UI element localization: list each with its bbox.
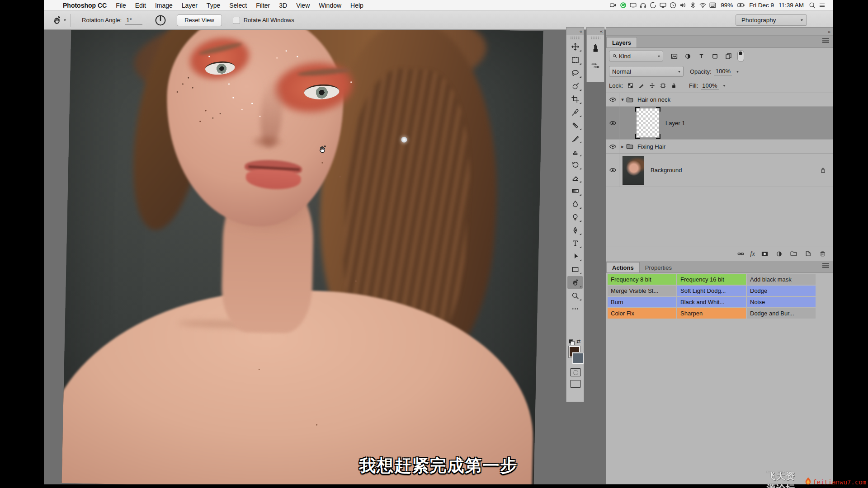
- visibility-eye-icon[interactable]: [606, 140, 619, 153]
- chevron-down-icon[interactable]: ▾: [723, 84, 726, 88]
- airplay-display-icon[interactable]: [658, 1, 668, 9]
- layer-thumbnail-transparent[interactable]: [637, 108, 659, 137]
- brush-lock-icon[interactable]: [636, 81, 646, 90]
- menu-3d[interactable]: 3D: [274, 2, 292, 9]
- quick-mask-button[interactable]: [570, 368, 581, 376]
- pen-tool[interactable]: [567, 224, 583, 236]
- chevron-down-icon[interactable]: ▾: [736, 70, 739, 74]
- rotate-view-tool-icon[interactable]: [50, 14, 64, 27]
- visibility-eye-icon[interactable]: [606, 107, 619, 139]
- tab-actions[interactable]: Actions: [606, 262, 640, 272]
- swap-colors-icon[interactable]: ⇄: [576, 338, 580, 344]
- spot-healing-brush-tool[interactable]: [567, 119, 583, 131]
- menu-filter[interactable]: Filter: [251, 2, 274, 9]
- filter-kind-dropdown[interactable]: Kind ▾: [609, 51, 663, 61]
- action-button-black-and-whit-[interactable]: Black and Whit...: [677, 297, 746, 307]
- tab-properties[interactable]: Properties: [640, 263, 677, 272]
- creative-cloud-icon[interactable]: [648, 1, 658, 9]
- layer-style-fx-button[interactable]: fx: [750, 250, 755, 258]
- reset-view-button[interactable]: Reset View: [177, 14, 222, 26]
- brush-panel-icon[interactable]: [588, 40, 603, 56]
- rectangle-tool[interactable]: [567, 263, 583, 276]
- add-layer-mask-icon[interactable]: [760, 249, 769, 258]
- layer-row-background[interactable]: Background: [606, 154, 833, 187]
- new-layer-icon[interactable]: [803, 249, 813, 258]
- wifi-icon[interactable]: [698, 1, 708, 9]
- brush-tool[interactable]: [567, 132, 583, 145]
- new-group-icon[interactable]: [788, 249, 798, 258]
- dock-collapse-button[interactable]: «: [587, 28, 604, 35]
- menu-help[interactable]: Help: [346, 2, 368, 9]
- rotate-view-tool[interactable]: [567, 276, 583, 289]
- tab-layers[interactable]: Layers: [606, 37, 637, 47]
- smart-object-filter-icon[interactable]: [722, 51, 735, 61]
- history-brush-tool[interactable]: [567, 158, 583, 171]
- action-button-add-black-mask[interactable]: Add black mask: [747, 274, 816, 285]
- action-button-sharpen[interactable]: Sharpen: [677, 308, 746, 319]
- menu-view[interactable]: View: [292, 2, 314, 9]
- layer-row-group-collapsed[interactable]: ▸ Fixing Hair: [606, 140, 833, 154]
- notification-center-icon[interactable]: [817, 1, 827, 9]
- edit-toolbar[interactable]: [567, 302, 583, 315]
- tool-preset-chevron-icon[interactable]: ▾: [64, 18, 66, 22]
- layer-row-group[interactable]: ▾ Hair on neck: [606, 93, 833, 107]
- crop-tool[interactable]: [567, 93, 583, 105]
- menu-window[interactable]: Window: [314, 2, 346, 9]
- quick-selection-tool[interactable]: [567, 80, 583, 92]
- menu-date[interactable]: Fri Dec 9: [748, 2, 775, 9]
- dodge-tool[interactable]: [567, 211, 583, 223]
- group-expand-chevron-icon[interactable]: ▸: [619, 144, 626, 150]
- background-color-swatch[interactable]: [572, 352, 584, 364]
- menu-file[interactable]: File: [111, 2, 131, 9]
- menu-image[interactable]: Image: [151, 2, 177, 9]
- bluetooth-icon[interactable]: [688, 1, 698, 9]
- menu-time[interactable]: 11:39 AM: [777, 2, 805, 9]
- tools-collapse-button[interactable]: «: [566, 28, 584, 35]
- screen-record-icon[interactable]: [608, 1, 618, 9]
- visibility-eye-icon[interactable]: [606, 93, 619, 106]
- sidecar-display-icon[interactable]: [628, 1, 638, 9]
- position-lock-icon[interactable]: [646, 81, 657, 90]
- transparency-lock-icon[interactable]: [625, 81, 636, 90]
- type-tool[interactable]: [567, 237, 583, 249]
- shape-filter-icon[interactable]: [708, 51, 721, 61]
- menu-select[interactable]: Select: [225, 2, 251, 9]
- time-machine-icon[interactable]: [668, 1, 678, 9]
- eyedropper-tool[interactable]: [567, 106, 583, 118]
- spotlight-search-icon[interactable]: [807, 1, 817, 9]
- new-adjustment-layer-icon[interactable]: [774, 249, 784, 258]
- lasso-tool[interactable]: [567, 66, 583, 79]
- fill-value[interactable]: 100%: [701, 82, 718, 90]
- visibility-eye-icon[interactable]: [606, 154, 619, 187]
- lock-all-icon[interactable]: [668, 81, 679, 90]
- volume-icon[interactable]: [678, 1, 688, 9]
- rotate-all-windows-checkbox[interactable]: [233, 17, 240, 24]
- default-colors-icon[interactable]: [569, 339, 574, 345]
- group-expand-chevron-icon[interactable]: ▾: [619, 97, 626, 103]
- input-source-icon[interactable]: [708, 1, 717, 9]
- action-button-noise[interactable]: Noise: [747, 297, 816, 307]
- portrait-photo[interactable]: [61, 30, 543, 484]
- blur-tool[interactable]: [567, 197, 583, 210]
- actions-panel-menu-icon[interactable]: [822, 263, 829, 268]
- dock-collapse-strip[interactable]: »: [606, 28, 833, 36]
- opacity-value[interactable]: 100%: [714, 67, 732, 75]
- type-filter-icon[interactable]: [695, 51, 708, 61]
- action-button-merge-visible-st-[interactable]: Merge Visible St...: [608, 286, 676, 296]
- dock-grip[interactable]: [590, 36, 600, 39]
- menu-edit[interactable]: Edit: [131, 2, 151, 9]
- layer-row-selected[interactable]: Layer 1: [606, 107, 833, 140]
- move-tool[interactable]: [567, 40, 583, 53]
- angle-dial-icon[interactable]: [154, 14, 167, 27]
- path-selection-tool[interactable]: [567, 250, 583, 263]
- action-button-color-fix[interactable]: Color Fix: [608, 308, 676, 319]
- layer-thumbnail-photo[interactable]: [623, 156, 644, 185]
- rectangular-marquee-tool[interactable]: [567, 53, 583, 66]
- workspace-switcher[interactable]: Photography ▾: [736, 14, 807, 26]
- green-app-icon[interactable]: [618, 1, 628, 9]
- artboard-lock-icon[interactable]: [657, 81, 668, 90]
- layer-filter-toggle[interactable]: [737, 50, 744, 62]
- action-button-frequency-8-bit[interactable]: Frequency 8 bit: [608, 274, 676, 285]
- gradient-tool[interactable]: [567, 184, 583, 197]
- zoom-tool[interactable]: [567, 289, 583, 302]
